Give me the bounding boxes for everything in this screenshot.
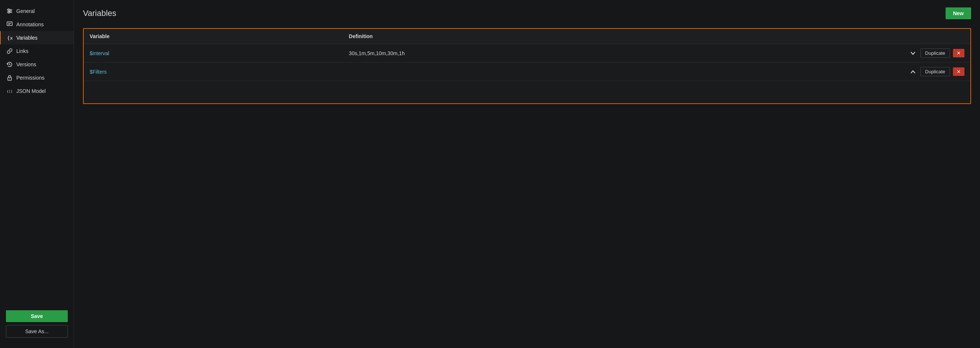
svg-point-5: [8, 12, 10, 13]
variable-name-filters[interactable]: $Filters: [90, 69, 107, 75]
sidebar-item-label: General: [16, 8, 35, 14]
json-icon: {[]}: [7, 88, 13, 94]
sidebar-item-versions[interactable]: Versions: [0, 58, 74, 71]
sidebar-item-general[interactable]: General: [0, 5, 74, 18]
sidebar-item-label: Permissions: [16, 75, 45, 81]
delete-icon: ✕: [957, 50, 961, 56]
delete-button-interval[interactable]: ✕: [953, 49, 964, 57]
delete-button-filters[interactable]: ✕: [953, 67, 964, 76]
sidebar-item-label: Annotations: [16, 21, 44, 27]
column-header-definition: Definition: [343, 29, 896, 44]
new-variable-button[interactable]: New: [945, 7, 971, 19]
chevron-up-icon: [910, 69, 916, 75]
chevron-down-icon: [910, 50, 916, 56]
variable-name-interval[interactable]: $interval: [90, 50, 109, 56]
sidebar-item-permissions[interactable]: Permissions: [0, 71, 74, 84]
row-actions-cell: Duplicate ✕: [896, 44, 970, 63]
save-as-button[interactable]: Save As...: [6, 325, 68, 338]
page-title: Variables: [83, 8, 116, 18]
table-row: $interval 30s,1m,5m,10m,30m,1h Dup: [84, 44, 970, 63]
sidebar-item-links[interactable]: Links: [0, 44, 74, 58]
svg-rect-6: [7, 22, 12, 25]
link-icon: [7, 48, 13, 54]
svg-point-4: [10, 10, 11, 12]
table-empty-row: [84, 81, 970, 103]
table-body: $interval 30s,1m,5m,10m,30m,1h Dup: [84, 44, 970, 103]
move-down-button[interactable]: [908, 49, 917, 58]
table-row: $Filters Duplicate: [84, 63, 970, 81]
var-definition-cell: [343, 63, 896, 81]
save-button[interactable]: Save: [6, 310, 68, 322]
variables-icon: {x}: [7, 35, 13, 41]
svg-point-13: [9, 78, 10, 79]
row-actions-cell: Duplicate ✕: [896, 63, 970, 81]
history-icon: [7, 62, 13, 67]
svg-text:{x}: {x}: [7, 35, 13, 41]
variable-definition-interval: 30s,1m,5m,10m,30m,1h: [349, 50, 405, 56]
move-up-button[interactable]: [908, 67, 917, 76]
column-header-actions: [896, 29, 970, 44]
svg-line-11: [10, 65, 10, 65]
sidebar-item-label: Links: [16, 48, 29, 54]
empty-cell: [84, 81, 970, 103]
sidebar-bottom: Save Save As...: [0, 304, 74, 343]
sidebar-item-label: Versions: [16, 62, 36, 67]
var-name-cell: $Filters: [84, 63, 343, 81]
row-actions: Duplicate ✕: [902, 67, 964, 76]
svg-point-3: [8, 9, 9, 10]
sidebar-item-variables[interactable]: {x} Variables: [0, 31, 74, 44]
sidebar-item-json-model[interactable]: {[]} JSON Model: [0, 84, 74, 98]
duplicate-button-interval[interactable]: Duplicate: [920, 49, 950, 58]
var-name-cell: $interval: [84, 44, 343, 63]
column-header-variable: Variable: [84, 29, 343, 44]
sidebar-item-label: JSON Model: [16, 88, 46, 94]
sliders-icon: [7, 8, 13, 14]
page-header: Variables New: [83, 7, 971, 19]
sidebar: General Annotations {x} Variables Links: [0, 0, 74, 348]
duplicate-button-filters[interactable]: Duplicate: [920, 67, 950, 76]
variables-table-container: Variable Definition $interval 30s,1m,5m,…: [83, 28, 971, 104]
variables-table: Variable Definition $interval 30s,1m,5m,…: [84, 29, 970, 103]
delete-icon: ✕: [957, 69, 961, 75]
main-content: Variables New Variable Definition $inter…: [74, 0, 980, 348]
var-definition-cell: 30s,1m,5m,10m,30m,1h: [343, 44, 896, 63]
row-actions: Duplicate ✕: [902, 49, 964, 58]
sidebar-item-label: Variables: [16, 35, 37, 41]
table-header: Variable Definition: [84, 29, 970, 44]
lock-icon: [7, 75, 13, 81]
annotation-icon: [7, 21, 13, 27]
svg-text:{[]}: {[]}: [7, 90, 13, 93]
sidebar-item-annotations[interactable]: Annotations: [0, 18, 74, 31]
